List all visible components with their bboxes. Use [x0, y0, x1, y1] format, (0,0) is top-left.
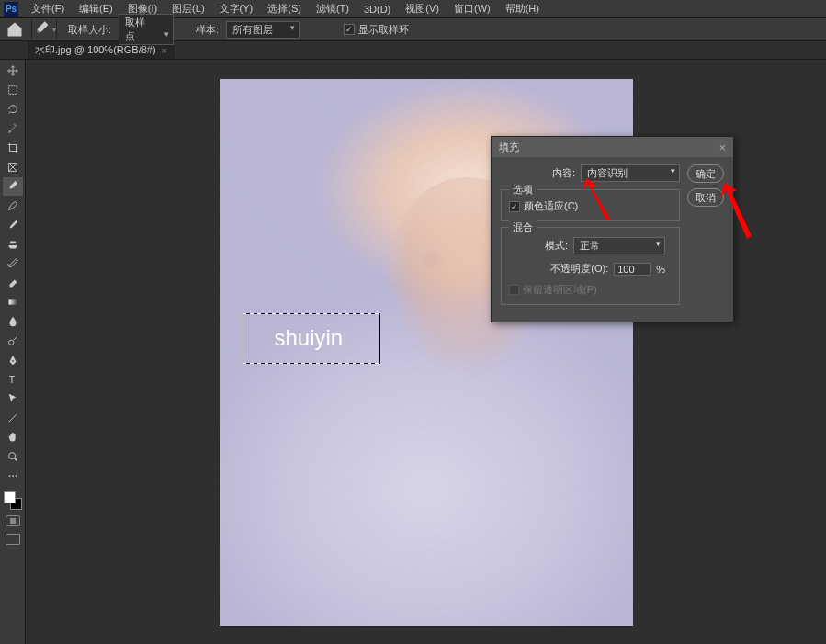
dialog-close-icon[interactable]: × [719, 141, 726, 154]
preserve-transparency-row: 保留透明区域(P) [509, 283, 672, 297]
svg-rect-2 [8, 299, 17, 304]
menu-3d[interactable]: 3D(D) [356, 4, 398, 15]
watermark-text: shuiyin [275, 325, 344, 351]
home-icon[interactable] [6, 20, 24, 39]
show-sample-ring-checkbox[interactable] [344, 24, 355, 35]
blend-section: 混合 模式: 正常 不透明度(O): % 保留透明区域(P) [501, 227, 680, 305]
close-tab-icon[interactable]: × [162, 45, 167, 56]
quick-mask-icon[interactable] [6, 515, 20, 526]
menu-type[interactable]: 文字(Y) [212, 2, 261, 16]
healing-brush-tool[interactable] [3, 197, 23, 215]
mode-dropdown[interactable]: 正常 [573, 237, 665, 254]
blur-tool[interactable] [3, 312, 23, 331]
sample-size-label: 取样大小: [68, 23, 111, 37]
fill-dialog: 填充 × 确定 取消 内容: 内容识别 选项 颜色适应(C) 混合 模式: 正常 [491, 136, 734, 322]
toolbar: T [0, 60, 26, 644]
color-swatch[interactable] [3, 491, 23, 510]
history-brush-tool[interactable] [3, 254, 23, 273]
mode-label: 模式: [545, 239, 568, 253]
gradient-tool[interactable] [3, 293, 23, 311]
svg-point-3 [8, 340, 13, 345]
annotation-arrow-dropdown [570, 175, 616, 225]
menu-view[interactable]: 视图(V) [398, 2, 447, 16]
menu-select[interactable]: 选择(S) [260, 2, 309, 16]
annotation-arrow-ok [715, 179, 761, 243]
options-title: 选项 [509, 183, 537, 197]
opacity-unit: % [656, 264, 665, 275]
path-select-tool[interactable] [3, 390, 23, 408]
rect-marquee-tool[interactable] [3, 81, 23, 99]
quick-select-tool[interactable] [3, 119, 23, 138]
type-tool[interactable]: T [3, 370, 23, 389]
pen-tool[interactable] [3, 351, 23, 369]
menu-window[interactable]: 窗口(W) [447, 2, 498, 16]
preserve-trans-checkbox [509, 285, 519, 295]
dialog-title-text: 填充 [499, 141, 519, 154]
eyedropper-tool[interactable] [3, 177, 23, 196]
menu-edit[interactable]: 编辑(E) [72, 2, 120, 16]
menu-help[interactable]: 帮助(H) [498, 2, 547, 16]
sample-label: 样本: [196, 23, 219, 37]
brush-tool[interactable] [3, 216, 23, 234]
move-tool[interactable] [3, 62, 23, 80]
opacity-input[interactable] [614, 263, 651, 276]
menu-file[interactable]: 文件(F) [24, 2, 72, 16]
svg-point-5 [8, 453, 15, 459]
eyedropper-tool-icon[interactable]: ▾ [31, 20, 57, 39]
sample-size-dropdown[interactable]: 取样点 [119, 14, 174, 45]
line-tool[interactable] [3, 409, 23, 427]
eraser-tool[interactable] [3, 274, 23, 292]
svg-text:T: T [8, 374, 15, 385]
sample-dropdown[interactable]: 所有图层 [226, 21, 300, 39]
lasso-tool[interactable] [3, 100, 23, 119]
preserve-trans-label: 保留透明区域(P) [523, 283, 597, 297]
svg-point-8 [15, 475, 17, 477]
frame-tool[interactable] [3, 158, 23, 176]
foreground-color-swatch[interactable] [4, 491, 16, 503]
color-adapt-checkbox[interactable] [509, 201, 520, 212]
screen-mode-icon[interactable] [6, 534, 20, 545]
dialog-titlebar[interactable]: 填充 × [492, 137, 733, 157]
zoom-tool[interactable] [3, 447, 23, 466]
crop-tool[interactable] [3, 139, 23, 157]
clone-stamp-tool[interactable] [3, 235, 23, 254]
show-sample-ring-label: 显示取样环 [358, 23, 409, 37]
app-logo: Ps [4, 2, 18, 17]
edit-toolbar[interactable] [3, 467, 23, 485]
svg-rect-0 [8, 86, 17, 95]
dodge-tool[interactable] [3, 332, 23, 350]
svg-point-6 [8, 475, 10, 477]
document-tab-title: 水印.jpg @ 100%(RGB/8#) [35, 43, 156, 57]
menu-filter[interactable]: 滤镜(T) [309, 2, 356, 16]
options-bar: ▾ 取样大小: 取样点 样本: 所有图层 显示取样环 [0, 18, 826, 41]
hand-tool[interactable] [3, 428, 23, 446]
blend-title: 混合 [509, 220, 537, 234]
opacity-label: 不透明度(O): [550, 262, 608, 276]
svg-point-7 [12, 475, 14, 477]
